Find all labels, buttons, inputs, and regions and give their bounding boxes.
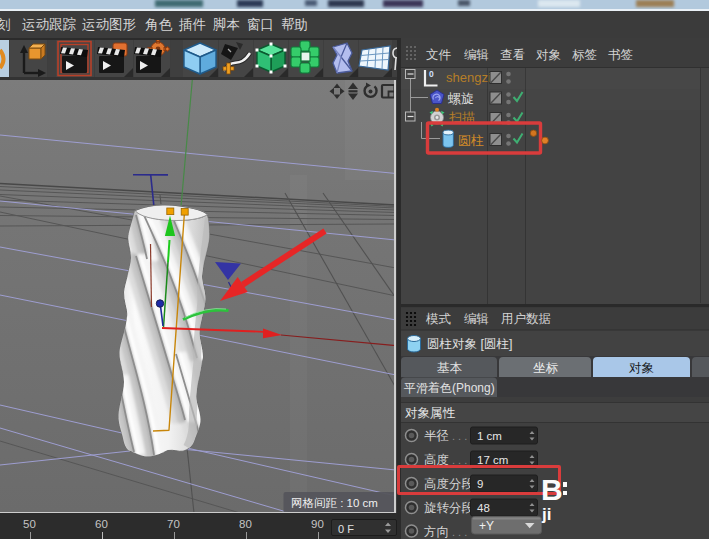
svg-text:对象属性: 对象属性 bbox=[405, 406, 456, 420]
svg-text:shengzi: shengzi bbox=[446, 70, 491, 85]
svg-text:方向: 方向 bbox=[424, 525, 449, 539]
svg-text:标签: 标签 bbox=[572, 48, 597, 62]
svg-text:48: 48 bbox=[477, 502, 490, 514]
svg-text:编辑: 编辑 bbox=[464, 48, 489, 62]
svg-text:网格间距 : 10 cm: 网格间距 : 10 cm bbox=[291, 497, 378, 509]
svg-text:+Y: +Y bbox=[479, 519, 494, 533]
svg-text:旋转分段: 旋转分段 bbox=[424, 501, 474, 515]
svg-text:对象: 对象 bbox=[536, 48, 561, 62]
svg-text:文件: 文件 bbox=[426, 48, 452, 62]
svg-text:模式: 模式 bbox=[425, 312, 452, 326]
svg-text:螺旋: 螺旋 bbox=[448, 91, 474, 106]
svg-text:0: 0 bbox=[429, 69, 434, 79]
svg-text:书签: 书签 bbox=[608, 48, 633, 62]
svg-text:编辑: 编辑 bbox=[464, 312, 489, 326]
svg-text:对象: 对象 bbox=[629, 361, 654, 375]
svg-text:. . .: . . . bbox=[452, 430, 467, 442]
svg-text:坐标: 坐标 bbox=[533, 361, 559, 375]
svg-text:半径: 半径 bbox=[424, 429, 449, 443]
svg-text:用户数据: 用户数据 bbox=[501, 312, 551, 326]
svg-text:平滑着色(Phong): 平滑着色(Phong) bbox=[404, 381, 495, 395]
svg-text:基本: 基本 bbox=[437, 361, 463, 375]
svg-text:圆柱对象 [圆柱]: 圆柱对象 [圆柱] bbox=[427, 337, 512, 351]
svg-text:圆柱: 圆柱 bbox=[458, 133, 484, 148]
svg-text:. . .: . . . bbox=[452, 526, 467, 538]
svg-text:1 cm: 1 cm bbox=[477, 430, 502, 442]
svg-text:查看: 查看 bbox=[500, 48, 525, 62]
